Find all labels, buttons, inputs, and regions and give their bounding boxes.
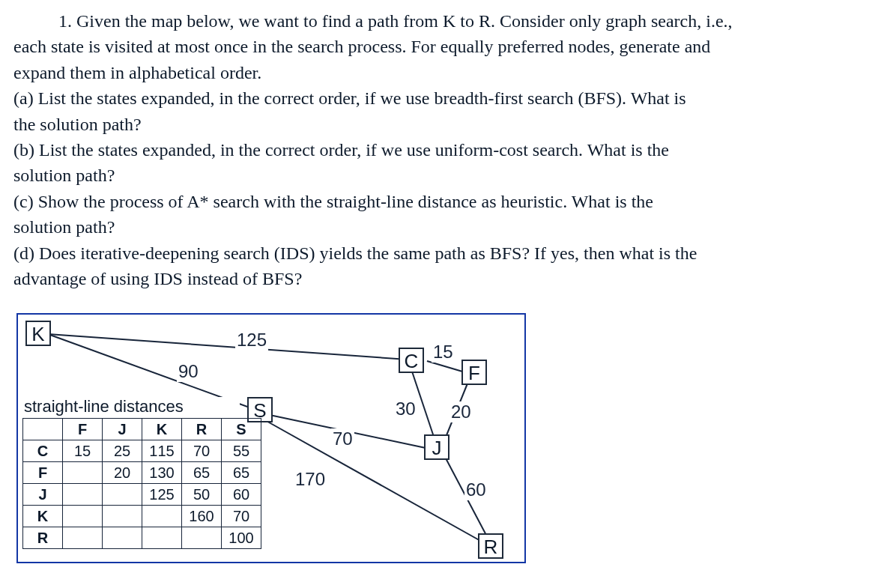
node-R: R xyxy=(478,533,503,559)
edge-label-CF: 15 xyxy=(432,342,455,363)
edge-K-C xyxy=(48,334,408,360)
sld-table: F J K R S C 15 25 115 70 55 F 20 xyxy=(22,418,261,549)
sld-col-K: K xyxy=(142,419,182,440)
part-c-line2: solution path? xyxy=(13,215,883,239)
sld-cell xyxy=(182,527,222,549)
part-d-line2: advantage of using IDS instead of BFS? xyxy=(13,267,883,291)
part-d-line1: (d) Does iterative-deepening search (IDS… xyxy=(13,241,883,265)
sld-cell xyxy=(103,527,142,549)
part-c-line1: (c) Show the process of A* search with t… xyxy=(13,190,883,213)
sld-cell: 160 xyxy=(182,506,222,527)
sld-cell xyxy=(63,484,103,506)
table-row: F 20 130 65 65 xyxy=(23,462,261,484)
sld-cell xyxy=(103,484,142,506)
sld-cell xyxy=(142,506,182,527)
edge-label-JR: 60 xyxy=(464,479,488,500)
node-C: C xyxy=(399,348,424,373)
sld-cell xyxy=(142,527,182,549)
sld-cell: 55 xyxy=(222,440,261,462)
table-row: C 15 25 115 70 55 xyxy=(23,440,261,462)
table-row: J 125 50 60 xyxy=(23,484,261,506)
page: 1. Given the map below, we want to find … xyxy=(0,0,896,588)
sld-cell: 100 xyxy=(222,527,261,549)
sld-cell xyxy=(63,506,103,527)
problem-number: 1. xyxy=(58,11,72,31)
sld-cell xyxy=(63,462,103,484)
sld-cell: 65 xyxy=(182,462,222,484)
edge-label-SJ: 70 xyxy=(331,428,354,449)
sld-row-C: C xyxy=(23,440,63,462)
edge-label-SR: 170 xyxy=(294,469,327,490)
sld-cell: 25 xyxy=(103,440,142,462)
intro-line2: each state is visited at most once in th… xyxy=(13,34,883,58)
problem-intro-1: 1. Given the map below, we want to find … xyxy=(13,9,883,33)
sld-cell: 20 xyxy=(103,462,142,484)
sld-row-K: K xyxy=(23,506,63,527)
sld-col-S: S xyxy=(222,419,261,440)
sld-col-F: F xyxy=(63,419,103,440)
sld-block: straight-line distances F J K R S C 15 2… xyxy=(22,397,240,549)
part-a-line1: (a) List the states expanded, in the cor… xyxy=(13,86,883,110)
part-b-line1: (b) List the states expanded, in the cor… xyxy=(13,138,883,162)
sld-corner xyxy=(23,419,63,440)
node-K: K xyxy=(25,321,51,346)
intro-line1: Given the map below, we want to find a p… xyxy=(76,11,733,31)
sld-cell: 60 xyxy=(222,484,261,506)
edge-label-KC: 125 xyxy=(235,330,268,351)
sld-col-J: J xyxy=(103,419,142,440)
sld-cell: 65 xyxy=(222,462,261,484)
sld-cell: 50 xyxy=(182,484,222,506)
sld-cell: 15 xyxy=(63,440,103,462)
node-F: F xyxy=(461,360,487,385)
sld-cell: 70 xyxy=(182,440,222,462)
node-J: J xyxy=(424,434,449,460)
sld-cell: 70 xyxy=(222,506,261,527)
sld-cell: 130 xyxy=(142,462,182,484)
sld-row-R: R xyxy=(23,527,63,549)
figure-box: K C F S J R 125 90 15 30 20 70 170 60 st… xyxy=(16,313,526,563)
part-a-line2: the solution path? xyxy=(13,112,883,136)
problem-text: 1. Given the map below, we want to find … xyxy=(13,9,883,291)
sld-row-F: F xyxy=(23,462,63,484)
edge-label-CJ: 30 xyxy=(394,398,417,419)
sld-cell xyxy=(103,506,142,527)
part-b-line2: solution path? xyxy=(13,163,883,187)
sld-cell: 125 xyxy=(142,484,182,506)
sld-header-row: F J K R S xyxy=(23,419,261,440)
table-row: K 160 70 xyxy=(23,506,261,527)
sld-cell: 115 xyxy=(142,440,182,462)
sld-caption: straight-line distances xyxy=(24,397,240,416)
sld-cell xyxy=(63,527,103,549)
edge-label-KS: 90 xyxy=(177,361,200,382)
table-row: R 100 xyxy=(23,527,261,549)
edge-label-FJ: 20 xyxy=(449,401,473,422)
sld-row-J: J xyxy=(23,484,63,506)
intro-line3: expand them in alphabetical order. xyxy=(13,61,883,85)
sld-col-R: R xyxy=(182,419,222,440)
